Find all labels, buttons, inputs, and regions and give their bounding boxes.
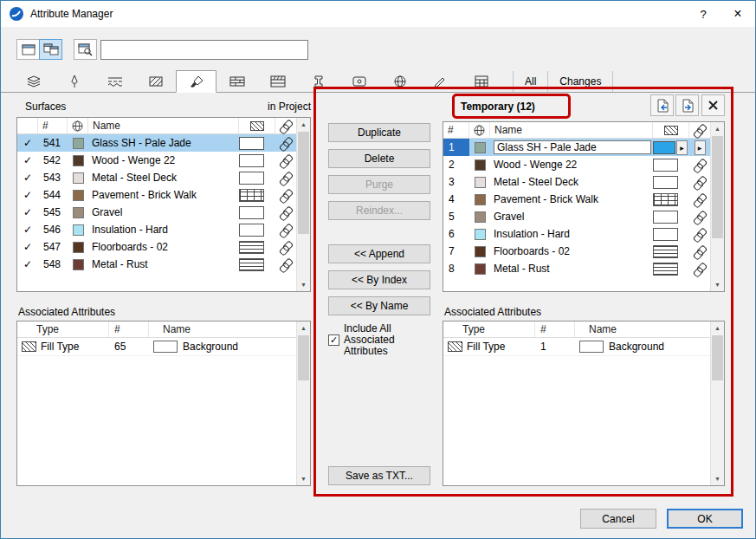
surface-row[interactable]: ✓542Wood - Wenge 22 bbox=[17, 152, 296, 169]
window-search-icon bbox=[78, 43, 93, 56]
checkbox-check-icon[interactable]: ✓ bbox=[328, 334, 339, 346]
tab-composites[interactable] bbox=[216, 71, 257, 92]
tab-pens[interactable] bbox=[54, 71, 94, 92]
vertical-scrollbar[interactable]: ▲▼ bbox=[710, 321, 724, 485]
chain-link-icon bbox=[694, 211, 706, 223]
texture-link bbox=[689, 246, 710, 257]
surface-row[interactable]: ✓548Metal - Rust bbox=[17, 256, 296, 273]
fill-preview: ▶ bbox=[653, 140, 689, 155]
surface-row[interactable]: 6Insulation - Hard bbox=[443, 225, 710, 243]
surface-row[interactable]: 7Floorboards - 02 bbox=[443, 243, 710, 260]
delete-button[interactable]: Delete bbox=[328, 149, 430, 168]
scroll-down-icon[interactable]: ▼ bbox=[711, 278, 724, 291]
cancel-button[interactable]: Cancel bbox=[580, 509, 656, 529]
save-as-txt-button[interactable]: Save as TXT... bbox=[328, 466, 430, 485]
search-input[interactable] bbox=[100, 40, 308, 60]
assoc-header: Type # Name bbox=[17, 321, 296, 338]
fill-popup-button[interactable]: ▶ bbox=[676, 140, 688, 155]
scroll-up-icon[interactable]: ▲ bbox=[297, 321, 310, 334]
fill-preview bbox=[239, 258, 275, 271]
fill-preview bbox=[239, 154, 275, 167]
column-surface bbox=[68, 118, 88, 133]
save-attribute-file-button[interactable] bbox=[675, 94, 699, 116]
name-edit-field[interactable]: Glass SH - Pale Jade bbox=[494, 140, 651, 154]
texture-link bbox=[275, 259, 296, 270]
tab-surfaces[interactable] bbox=[176, 70, 216, 93]
duplicate-button[interactable]: Duplicate bbox=[328, 123, 430, 142]
surface-name: Insulation - Hard bbox=[88, 224, 239, 236]
texture-link bbox=[275, 138, 296, 149]
help-button[interactable]: ? bbox=[686, 1, 720, 27]
surface-row[interactable]: ✓541Glass SH - Pale Jade bbox=[17, 134, 296, 152]
ibeam-profile-icon bbox=[310, 75, 327, 88]
surface-row[interactable]: ✓543Metal - Steel Deck bbox=[17, 169, 296, 186]
project-associated-attributes: Type # Name Fill Type 65 Background ▲▼ bbox=[16, 321, 311, 486]
assoc-type: Fill Type bbox=[41, 341, 79, 353]
chain-link-icon bbox=[694, 159, 706, 171]
building-materials-icon bbox=[269, 75, 287, 88]
scroll-up-icon[interactable]: ▲ bbox=[297, 118, 310, 131]
tab-changes[interactable]: Changes bbox=[547, 71, 613, 92]
surface-row[interactable]: ✓545Gravel bbox=[17, 204, 296, 221]
column-texture bbox=[689, 122, 710, 138]
tab-profiles[interactable] bbox=[298, 71, 339, 92]
surface-row[interactable]: 3Metal - Steel Deck bbox=[443, 173, 710, 191]
tab-operation-profiles[interactable] bbox=[461, 71, 501, 92]
surface-name: Glass SH - Pale Jade bbox=[88, 137, 239, 149]
surface-name: Metal - Steel Deck bbox=[490, 176, 653, 188]
assoc-row[interactable]: Fill Type 65 Background bbox=[17, 338, 296, 356]
close-button[interactable]: × bbox=[720, 1, 755, 27]
tab-building-materials[interactable] bbox=[257, 71, 298, 92]
close-temporary-button[interactable] bbox=[701, 94, 725, 116]
scroll-down-icon[interactable]: ▼ bbox=[297, 278, 310, 291]
column-number: # bbox=[109, 321, 149, 337]
scroll-down-icon[interactable]: ▼ bbox=[297, 472, 310, 485]
open-attribute-file-button[interactable] bbox=[650, 94, 674, 116]
tab-cities[interactable] bbox=[379, 71, 420, 92]
tab-fill-types[interactable] bbox=[135, 71, 176, 92]
vertical-scrollbar[interactable]: ▲▼ bbox=[296, 118, 310, 291]
texture-popup-button[interactable]: ▶ bbox=[695, 140, 706, 155]
by-index-button[interactable]: << By Index bbox=[328, 270, 430, 289]
texture-link bbox=[689, 263, 710, 275]
reindex-button[interactable]: Reindex... bbox=[328, 201, 430, 220]
export-file-icon bbox=[680, 99, 695, 113]
tab-markup-styles[interactable] bbox=[420, 71, 461, 92]
view-mode-compare-button[interactable] bbox=[39, 39, 62, 60]
find-attribute-button[interactable] bbox=[74, 39, 97, 60]
tab-zone-categories[interactable] bbox=[339, 71, 379, 92]
surface-row[interactable]: 5Gravel bbox=[443, 208, 710, 225]
assoc-row[interactable]: Fill Type 1 Background bbox=[443, 338, 710, 356]
surface-row[interactable]: 1 Glass SH - Pale Jade ▶ ▶ bbox=[443, 139, 710, 156]
surface-name: Metal - Rust bbox=[490, 263, 653, 275]
by-name-button[interactable]: << By Name bbox=[328, 296, 430, 315]
tab-layers[interactable] bbox=[13, 71, 54, 92]
assoc-number: 65 bbox=[109, 341, 149, 353]
vertical-scrollbar[interactable]: ▲▼ bbox=[710, 122, 724, 291]
surface-row[interactable]: 2Wood - Wenge 22 bbox=[443, 156, 710, 173]
scroll-thumb[interactable] bbox=[712, 136, 723, 238]
surface-row[interactable]: ✓544Pavement - Brick Walk bbox=[17, 186, 296, 204]
tab-line-types[interactable] bbox=[94, 71, 135, 92]
view-mode-single-button[interactable] bbox=[16, 39, 40, 60]
scroll-down-icon[interactable]: ▼ bbox=[711, 472, 724, 485]
surface-row[interactable]: ✓546Insulation - Hard bbox=[17, 221, 296, 238]
append-button[interactable]: << Append bbox=[328, 244, 430, 263]
attribute-manager-dialog: Attribute Manager ? × All Changes Surfac… bbox=[0, 0, 756, 539]
scroll-thumb[interactable] bbox=[298, 132, 309, 234]
purge-button[interactable]: Purge bbox=[328, 175, 430, 194]
row-check: ✓ bbox=[17, 189, 38, 201]
surface-row[interactable]: 8Metal - Rust bbox=[443, 260, 710, 277]
surface-row[interactable]: ✓547Floorboards - 02 bbox=[17, 238, 296, 256]
scroll-up-icon[interactable]: ▲ bbox=[711, 321, 724, 334]
include-all-checkbox[interactable]: ✓ Include All Associated Attributes bbox=[328, 323, 425, 357]
ok-button[interactable]: OK bbox=[667, 509, 743, 529]
scroll-thumb[interactable] bbox=[298, 335, 309, 380]
tab-all[interactable]: All bbox=[513, 71, 547, 92]
vertical-scrollbar[interactable]: ▲▼ bbox=[296, 321, 310, 485]
texture-link bbox=[275, 207, 296, 218]
scroll-thumb[interactable] bbox=[712, 335, 723, 380]
temporary-associated-attributes: Type # Name Fill Type 1 Background ▲▼ bbox=[443, 321, 725, 486]
scroll-up-icon[interactable]: ▲ bbox=[711, 122, 724, 135]
surface-row[interactable]: 4Pavement - Brick Walk bbox=[443, 191, 710, 208]
